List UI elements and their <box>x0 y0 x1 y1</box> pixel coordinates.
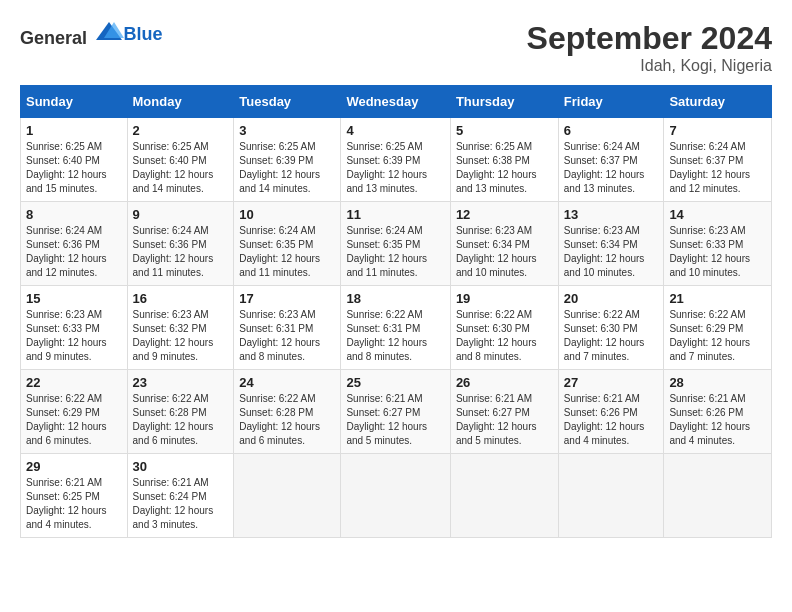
day-info: Sunrise: 6:23 AMSunset: 6:31 PMDaylight:… <box>239 309 320 362</box>
logo-icon <box>94 20 124 44</box>
day-number: 6 <box>564 123 659 138</box>
weekday-header-cell: Saturday <box>664 86 772 118</box>
day-info: Sunrise: 6:24 AMSunset: 6:37 PMDaylight:… <box>564 141 645 194</box>
calendar-day-cell: 6 Sunrise: 6:24 AMSunset: 6:37 PMDayligh… <box>558 118 664 202</box>
day-info: Sunrise: 6:23 AMSunset: 6:33 PMDaylight:… <box>669 225 750 278</box>
day-number: 27 <box>564 375 659 390</box>
day-number: 30 <box>133 459 229 474</box>
calendar-day-cell: 26 Sunrise: 6:21 AMSunset: 6:27 PMDaylig… <box>450 370 558 454</box>
calendar-day-cell: 28 Sunrise: 6:21 AMSunset: 6:26 PMDaylig… <box>664 370 772 454</box>
calendar-week-row: 29 Sunrise: 6:21 AMSunset: 6:25 PMDaylig… <box>21 454 772 538</box>
day-number: 25 <box>346 375 444 390</box>
calendar-day-cell: 13 Sunrise: 6:23 AMSunset: 6:34 PMDaylig… <box>558 202 664 286</box>
calendar-day-cell: 3 Sunrise: 6:25 AMSunset: 6:39 PMDayligh… <box>234 118 341 202</box>
logo-blue: Blue <box>124 24 163 44</box>
calendar-day-cell: 24 Sunrise: 6:22 AMSunset: 6:28 PMDaylig… <box>234 370 341 454</box>
calendar-day-cell: 22 Sunrise: 6:22 AMSunset: 6:29 PMDaylig… <box>21 370 128 454</box>
day-info: Sunrise: 6:21 AMSunset: 6:27 PMDaylight:… <box>456 393 537 446</box>
day-number: 20 <box>564 291 659 306</box>
day-number: 17 <box>239 291 335 306</box>
calendar-day-cell: 30 Sunrise: 6:21 AMSunset: 6:24 PMDaylig… <box>127 454 234 538</box>
day-number: 13 <box>564 207 659 222</box>
day-number: 15 <box>26 291 122 306</box>
calendar-day-cell: 14 Sunrise: 6:23 AMSunset: 6:33 PMDaylig… <box>664 202 772 286</box>
day-number: 16 <box>133 291 229 306</box>
location-title: Idah, Kogi, Nigeria <box>527 57 772 75</box>
calendar-day-cell: 17 Sunrise: 6:23 AMSunset: 6:31 PMDaylig… <box>234 286 341 370</box>
day-number: 26 <box>456 375 553 390</box>
day-number: 14 <box>669 207 766 222</box>
weekday-header-cell: Thursday <box>450 86 558 118</box>
calendar-day-cell <box>450 454 558 538</box>
day-number: 21 <box>669 291 766 306</box>
day-info: Sunrise: 6:21 AMSunset: 6:25 PMDaylight:… <box>26 477 107 530</box>
day-info: Sunrise: 6:24 AMSunset: 6:35 PMDaylight:… <box>346 225 427 278</box>
calendar-day-cell: 5 Sunrise: 6:25 AMSunset: 6:38 PMDayligh… <box>450 118 558 202</box>
calendar-week-row: 8 Sunrise: 6:24 AMSunset: 6:36 PMDayligh… <box>21 202 772 286</box>
day-info: Sunrise: 6:25 AMSunset: 6:38 PMDaylight:… <box>456 141 537 194</box>
day-number: 5 <box>456 123 553 138</box>
calendar-day-cell: 7 Sunrise: 6:24 AMSunset: 6:37 PMDayligh… <box>664 118 772 202</box>
day-info: Sunrise: 6:23 AMSunset: 6:33 PMDaylight:… <box>26 309 107 362</box>
day-info: Sunrise: 6:22 AMSunset: 6:30 PMDaylight:… <box>564 309 645 362</box>
day-number: 2 <box>133 123 229 138</box>
calendar-day-cell: 16 Sunrise: 6:23 AMSunset: 6:32 PMDaylig… <box>127 286 234 370</box>
day-number: 11 <box>346 207 444 222</box>
calendar-day-cell <box>664 454 772 538</box>
day-info: Sunrise: 6:21 AMSunset: 6:26 PMDaylight:… <box>669 393 750 446</box>
calendar-day-cell: 9 Sunrise: 6:24 AMSunset: 6:36 PMDayligh… <box>127 202 234 286</box>
day-info: Sunrise: 6:22 AMSunset: 6:28 PMDaylight:… <box>239 393 320 446</box>
day-info: Sunrise: 6:25 AMSunset: 6:40 PMDaylight:… <box>26 141 107 194</box>
day-info: Sunrise: 6:25 AMSunset: 6:39 PMDaylight:… <box>239 141 320 194</box>
calendar-week-row: 22 Sunrise: 6:22 AMSunset: 6:29 PMDaylig… <box>21 370 772 454</box>
day-number: 22 <box>26 375 122 390</box>
day-number: 1 <box>26 123 122 138</box>
calendar-day-cell <box>558 454 664 538</box>
calendar-day-cell: 20 Sunrise: 6:22 AMSunset: 6:30 PMDaylig… <box>558 286 664 370</box>
day-info: Sunrise: 6:22 AMSunset: 6:30 PMDaylight:… <box>456 309 537 362</box>
weekday-header-cell: Monday <box>127 86 234 118</box>
title-area: September 2024 Idah, Kogi, Nigeria <box>527 20 772 75</box>
day-info: Sunrise: 6:24 AMSunset: 6:37 PMDaylight:… <box>669 141 750 194</box>
day-info: Sunrise: 6:21 AMSunset: 6:24 PMDaylight:… <box>133 477 214 530</box>
day-info: Sunrise: 6:23 AMSunset: 6:34 PMDaylight:… <box>564 225 645 278</box>
day-number: 28 <box>669 375 766 390</box>
day-number: 3 <box>239 123 335 138</box>
day-info: Sunrise: 6:24 AMSunset: 6:36 PMDaylight:… <box>133 225 214 278</box>
calendar-table: SundayMondayTuesdayWednesdayThursdayFrid… <box>20 85 772 538</box>
day-number: 24 <box>239 375 335 390</box>
weekday-header-cell: Sunday <box>21 86 128 118</box>
day-number: 18 <box>346 291 444 306</box>
day-info: Sunrise: 6:22 AMSunset: 6:29 PMDaylight:… <box>26 393 107 446</box>
calendar-day-cell: 27 Sunrise: 6:21 AMSunset: 6:26 PMDaylig… <box>558 370 664 454</box>
calendar-day-cell: 10 Sunrise: 6:24 AMSunset: 6:35 PMDaylig… <box>234 202 341 286</box>
calendar-day-cell <box>341 454 450 538</box>
month-title: September 2024 <box>527 20 772 57</box>
calendar-day-cell: 11 Sunrise: 6:24 AMSunset: 6:35 PMDaylig… <box>341 202 450 286</box>
calendar-day-cell: 15 Sunrise: 6:23 AMSunset: 6:33 PMDaylig… <box>21 286 128 370</box>
header: General Blue September 2024 Idah, Kogi, … <box>20 20 772 75</box>
calendar-week-row: 1 Sunrise: 6:25 AMSunset: 6:40 PMDayligh… <box>21 118 772 202</box>
logo-general: General <box>20 28 87 48</box>
day-info: Sunrise: 6:22 AMSunset: 6:31 PMDaylight:… <box>346 309 427 362</box>
weekday-header-cell: Tuesday <box>234 86 341 118</box>
day-info: Sunrise: 6:24 AMSunset: 6:36 PMDaylight:… <box>26 225 107 278</box>
calendar-day-cell: 21 Sunrise: 6:22 AMSunset: 6:29 PMDaylig… <box>664 286 772 370</box>
calendar-day-cell: 25 Sunrise: 6:21 AMSunset: 6:27 PMDaylig… <box>341 370 450 454</box>
calendar-day-cell: 8 Sunrise: 6:24 AMSunset: 6:36 PMDayligh… <box>21 202 128 286</box>
day-number: 10 <box>239 207 335 222</box>
day-number: 19 <box>456 291 553 306</box>
day-info: Sunrise: 6:22 AMSunset: 6:28 PMDaylight:… <box>133 393 214 446</box>
calendar-week-row: 15 Sunrise: 6:23 AMSunset: 6:33 PMDaylig… <box>21 286 772 370</box>
calendar-day-cell: 4 Sunrise: 6:25 AMSunset: 6:39 PMDayligh… <box>341 118 450 202</box>
calendar-day-cell: 18 Sunrise: 6:22 AMSunset: 6:31 PMDaylig… <box>341 286 450 370</box>
day-number: 23 <box>133 375 229 390</box>
calendar-day-cell: 2 Sunrise: 6:25 AMSunset: 6:40 PMDayligh… <box>127 118 234 202</box>
weekday-header-cell: Wednesday <box>341 86 450 118</box>
day-number: 8 <box>26 207 122 222</box>
day-number: 9 <box>133 207 229 222</box>
day-number: 7 <box>669 123 766 138</box>
calendar-day-cell: 23 Sunrise: 6:22 AMSunset: 6:28 PMDaylig… <box>127 370 234 454</box>
day-number: 29 <box>26 459 122 474</box>
calendar-day-cell: 12 Sunrise: 6:23 AMSunset: 6:34 PMDaylig… <box>450 202 558 286</box>
